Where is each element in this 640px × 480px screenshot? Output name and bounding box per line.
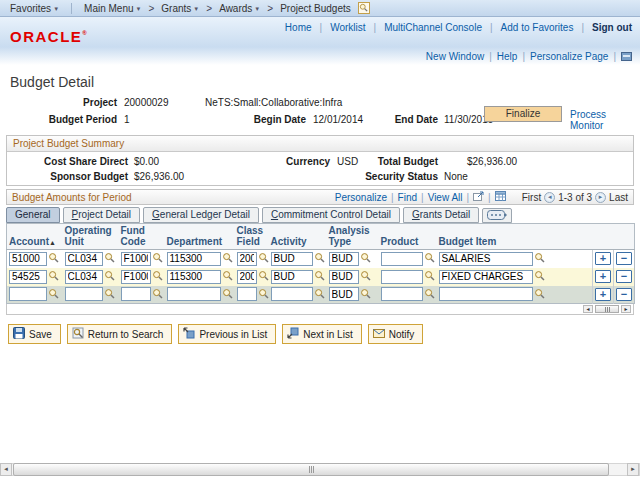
grid-scroll-thumb[interactable] <box>595 305 619 313</box>
class-field-lookup-icon[interactable] <box>258 252 269 265</box>
pager-first-icon[interactable]: ◄ <box>544 192 555 203</box>
next-in-list-button[interactable]: Next in List <box>282 324 361 344</box>
zoom-popup-icon[interactable] <box>473 191 484 203</box>
account-lookup-icon[interactable] <box>48 270 59 283</box>
analysis-type-lookup-icon[interactable] <box>360 252 371 265</box>
fund-code-lookup-icon[interactable] <box>152 288 163 301</box>
budget-item-lookup-icon[interactable] <box>534 288 545 301</box>
breadcrumb-page-icon[interactable] <box>358 2 370 14</box>
multichannel-console-link[interactable]: MultiChannel Console <box>384 22 482 33</box>
operating-unit-lookup-icon[interactable] <box>104 252 115 265</box>
add-row-button[interactable]: + <box>595 288 611 301</box>
find-link[interactable]: Find <box>398 192 417 203</box>
fund-code-input[interactable] <box>121 287 151 301</box>
product-input[interactable] <box>381 252 423 266</box>
operating-unit-lookup-icon[interactable] <box>104 270 115 283</box>
previous-in-list-button[interactable]: Previous in List <box>178 324 276 344</box>
process-monitor-link[interactable]: Process Monitor <box>570 109 634 131</box>
operating-unit-input[interactable] <box>65 270 103 284</box>
account-input[interactable] <box>9 287 47 301</box>
sign-out-link[interactable]: Sign out <box>592 22 632 33</box>
view-all-link[interactable]: View All <box>428 192 463 203</box>
class-field-input[interactable] <box>237 252 257 266</box>
favorites-menu[interactable]: Favorites▼ <box>10 3 59 14</box>
worklist-link[interactable]: Worklist <box>330 22 365 33</box>
account-lookup-icon[interactable] <box>48 252 59 265</box>
add-row-button[interactable]: + <box>595 252 611 265</box>
add-row-button[interactable]: + <box>595 270 611 283</box>
activity-lookup-icon[interactable] <box>314 288 325 301</box>
breadcrumb-main-menu[interactable]: Main Menu▼ <box>84 3 141 14</box>
pager-last[interactable]: Last <box>609 192 628 203</box>
scroll-left-icon[interactable]: ◄ <box>0 463 12 476</box>
notify-button[interactable]: Notify <box>368 324 424 344</box>
operating-unit-lookup-icon[interactable] <box>104 288 115 301</box>
budget-item-lookup-icon[interactable] <box>534 270 545 283</box>
fund-code-input[interactable] <box>121 270 151 284</box>
department-input[interactable] <box>167 287 221 301</box>
tab-grants-detail[interactable]: Grants Detail <box>403 207 479 223</box>
analysis-type-input[interactable] <box>329 287 359 301</box>
product-lookup-icon[interactable] <box>424 270 435 283</box>
breadcrumb-grants[interactable]: Grants▼ <box>161 3 199 14</box>
save-button[interactable]: Save <box>8 324 61 344</box>
operating-unit-input[interactable] <box>65 252 103 266</box>
account-lookup-icon[interactable] <box>48 288 59 301</box>
analysis-type-input[interactable] <box>329 270 359 284</box>
grid-scroll-right-icon[interactable]: ► <box>621 305 631 313</box>
show-all-columns-icon[interactable] <box>482 208 512 223</box>
column-header-account[interactable]: Account▲ <box>7 224 63 250</box>
department-input[interactable] <box>167 252 221 266</box>
analysis-type-input[interactable] <box>329 252 359 266</box>
tab-project-detail[interactable]: Project Detail <box>63 207 140 223</box>
personalize-page-link[interactable]: Personalize Page <box>530 51 608 62</box>
home-link[interactable]: Home <box>285 22 312 33</box>
budget-item-input[interactable] <box>439 270 533 284</box>
account-input[interactable] <box>9 252 47 266</box>
department-lookup-icon[interactable] <box>222 270 233 283</box>
fund-code-lookup-icon[interactable] <box>152 252 163 265</box>
pager-last-icon[interactable]: ► <box>595 192 606 203</box>
budget-item-input[interactable] <box>439 252 533 266</box>
tab-commitment-control-detail[interactable]: Commitment Control Detail <box>262 207 400 223</box>
operating-unit-input[interactable] <box>65 287 103 301</box>
new-window-link[interactable]: New Window <box>426 51 484 62</box>
class-field-input[interactable] <box>237 270 257 284</box>
analysis-type-lookup-icon[interactable] <box>360 270 371 283</box>
department-input[interactable] <box>167 270 221 284</box>
activity-input[interactable] <box>271 252 313 266</box>
department-lookup-icon[interactable] <box>222 288 233 301</box>
class-field-lookup-icon[interactable] <box>258 270 269 283</box>
grid-scroll-left-icon[interactable]: ◄ <box>583 305 593 313</box>
product-lookup-icon[interactable] <box>424 288 435 301</box>
analysis-type-lookup-icon[interactable] <box>360 288 371 301</box>
product-input[interactable] <box>381 287 423 301</box>
fund-code-input[interactable] <box>121 252 151 266</box>
activity-input[interactable] <box>271 287 313 301</box>
tab-general-ledger-detail[interactable]: General Ledger Detail <box>143 207 259 223</box>
tab-general[interactable]: General <box>6 207 60 223</box>
fund-code-lookup-icon[interactable] <box>152 270 163 283</box>
activity-lookup-icon[interactable] <box>314 270 325 283</box>
delete-row-button[interactable]: − <box>616 270 632 283</box>
personalize-link[interactable]: Personalize <box>335 192 387 203</box>
return-to-search-button[interactable]: Return to Search <box>67 324 173 344</box>
delete-row-button[interactable]: − <box>616 252 632 265</box>
budget-item-lookup-icon[interactable] <box>534 252 545 265</box>
class-field-input[interactable] <box>237 287 257 301</box>
add-to-favorites-link[interactable]: Add to Favorites <box>501 22 574 33</box>
activity-lookup-icon[interactable] <box>314 252 325 265</box>
scroll-right-icon[interactable]: ► <box>627 463 639 476</box>
breadcrumb-awards[interactable]: Awards▼ <box>219 3 260 14</box>
pager-first[interactable]: First <box>522 192 541 203</box>
help-link[interactable]: Help <box>497 51 518 62</box>
product-lookup-icon[interactable] <box>424 252 435 265</box>
budget-item-input[interactable] <box>439 287 533 301</box>
account-input[interactable] <box>9 270 47 284</box>
finalize-button[interactable]: Finalize <box>484 106 562 122</box>
activity-input[interactable] <box>271 270 313 284</box>
http-window-icon[interactable] <box>621 52 632 61</box>
download-grid-icon[interactable] <box>495 191 506 203</box>
scroll-thumb[interactable] <box>13 463 609 476</box>
class-field-lookup-icon[interactable] <box>258 288 269 301</box>
